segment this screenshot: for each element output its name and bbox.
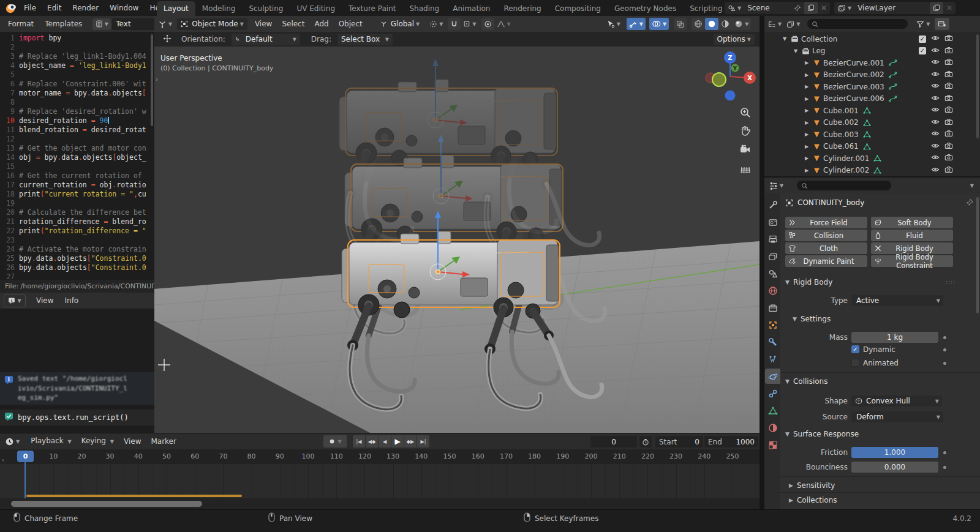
drag-handle-icon[interactable]: :::: <box>946 279 956 285</box>
properties-editor[interactable]: ▼ ▼ CONTINUITY_body Force Field Soft Bod… <box>764 178 980 509</box>
disable-render-icon[interactable] <box>944 94 953 104</box>
properties-tab-world[interactable] <box>765 283 780 298</box>
sensitivity-panel-header[interactable]: ▶Sensitivity <box>789 481 835 490</box>
disable-render-icon[interactable] <box>944 105 953 116</box>
menu-window[interactable]: Window <box>104 0 144 16</box>
viewport-menu-add[interactable]: Add <box>309 16 333 32</box>
viewport-menu-view[interactable]: View <box>250 16 277 32</box>
tab-shading[interactable]: Shading <box>402 1 446 16</box>
menu-file[interactable]: File <box>18 0 42 16</box>
code-line[interactable]: 12 <box>0 135 154 144</box>
properties-tab-physics[interactable] <box>765 369 780 384</box>
timeline-menu-keying[interactable]: Keying ▼ <box>77 433 119 450</box>
new-view-layer-icon[interactable] <box>930 2 943 14</box>
properties-search-input[interactable] <box>797 181 891 190</box>
bounciness-slider[interactable]: 0.000 <box>851 462 938 473</box>
show-overlays-icon[interactable]: ▼ <box>649 18 669 30</box>
item-name[interactable]: BezierCurve.006 <box>823 94 884 103</box>
viewport-menu-object[interactable]: Object <box>334 16 368 32</box>
play-button[interactable]: ▶ <box>391 435 404 448</box>
item-name[interactable]: Cube.002 <box>823 118 859 127</box>
next-keyframe-button[interactable]: ◆▶ <box>404 435 417 448</box>
expand-arrow-icon[interactable]: ▶ <box>802 144 811 149</box>
hide-eye-icon[interactable] <box>931 141 940 152</box>
collection-checkbox[interactable]: ✓ <box>919 36 926 43</box>
timeline-ruler[interactable]: 0102030405060708090100110120130140150160… <box>0 449 760 465</box>
view-layer-name[interactable]: ViewLayer <box>854 2 930 14</box>
pan-hand-icon[interactable] <box>739 125 752 139</box>
code-line[interactable]: 15 <box>0 162 154 171</box>
code-line[interactable]: 5 <box>0 70 154 80</box>
code-line[interactable]: 3# Replace 'leg_link1-Body1.004 <box>0 52 154 61</box>
item-name[interactable]: BezierCurve.002 <box>823 70 884 79</box>
settings-panel-header[interactable]: ▼Settings <box>793 315 831 323</box>
outliner-item-cylinder-002[interactable]: ▶ Cylinder.002 <box>764 165 980 177</box>
info-menu-view[interactable]: View <box>31 293 59 309</box>
viewport-menu-select[interactable]: Select <box>277 16 309 32</box>
properties-tab-particles[interactable] <box>765 351 780 367</box>
source-dropdown[interactable]: Deform▼ <box>851 411 943 422</box>
collision-button[interactable]: Collision <box>785 230 867 241</box>
orientation-value-dropdown[interactable]: Default▼ <box>232 34 300 45</box>
collections-panel-header[interactable]: ▶Collections <box>789 496 837 504</box>
timeline-scrollbar[interactable] <box>11 501 202 507</box>
close-icon[interactable]: ✕ <box>818 2 830 14</box>
outliner-search-input[interactable] <box>807 19 908 29</box>
tab-rendering[interactable]: Rendering <box>497 1 548 16</box>
disable-render-icon[interactable] <box>944 46 953 56</box>
timeline-menu-playback[interactable]: Playback ▼ <box>26 433 77 450</box>
expand-arrow-icon[interactable]: ▶ <box>802 96 811 102</box>
view-layer-selector[interactable]: ▼ ViewLayer ✕ <box>834 2 956 14</box>
timeline-menu-view[interactable]: View <box>119 433 146 449</box>
code-line[interactable]: 7motor_name = bpy.data.objects[ <box>0 89 154 98</box>
code-line[interactable]: 22print("rotation_difference = " <box>0 227 154 236</box>
pivot-point-dropdown[interactable]: ▼ <box>427 18 445 30</box>
expand-arrow-icon[interactable]: ▶ <box>802 155 811 161</box>
hide-eye-icon[interactable] <box>931 46 940 56</box>
pin-icon[interactable] <box>966 198 974 208</box>
dynamic-checkbox[interactable]: ✓ <box>851 345 859 353</box>
code-line[interactable]: 8 <box>0 98 154 107</box>
hide-eye-icon[interactable] <box>931 105 940 116</box>
hide-eye-icon[interactable] <box>931 58 940 68</box>
code-line[interactable]: 19 <box>0 199 154 208</box>
expand-arrow-icon[interactable]: ▶ <box>802 120 811 126</box>
hide-eye-icon[interactable] <box>931 129 940 140</box>
hide-eye-icon[interactable] <box>931 153 940 163</box>
code-line[interactable]: 26bpy.data.objects["Constraint.0 <box>0 263 154 272</box>
outliner-filter-id-icon[interactable]: ▼ <box>786 20 800 28</box>
properties-tab-modifiers[interactable] <box>765 334 780 350</box>
expand-arrow-icon[interactable]: ▼ <box>780 36 789 42</box>
shading-rendered-icon[interactable]: ▼ <box>732 18 751 30</box>
item-name[interactable]: Leg <box>812 47 825 55</box>
prev-keyframe-button[interactable]: ◀◆ <box>366 435 378 448</box>
disable-render-icon[interactable] <box>944 129 953 140</box>
text-datablock-icon[interactable]: ▼ <box>92 18 111 30</box>
expand-arrow-icon[interactable]: ▶ <box>802 132 811 137</box>
expand-arrow-icon[interactable]: ▶ <box>802 84 811 89</box>
disable-render-icon[interactable] <box>944 141 953 152</box>
new-collection-icon[interactable] <box>935 18 949 30</box>
tab-compositing[interactable]: Compositing <box>548 1 608 16</box>
snap-target-dropdown[interactable]: ▼ <box>461 18 478 30</box>
proportional-editing-icon[interactable] <box>481 18 494 30</box>
timeline-editor-type-icon[interactable]: ▼ <box>5 437 20 446</box>
properties-tab-constraints[interactable] <box>765 386 780 401</box>
properties-tab-view-layer[interactable] <box>765 249 780 264</box>
hide-eye-icon[interactable] <box>931 165 940 176</box>
rigid-body-panel-header[interactable]: ▼Rigid Body <box>785 278 832 287</box>
start-frame-field[interactable]: Start0 <box>655 436 703 448</box>
timeline[interactable]: ▼ Playback ▼Keying ▼ViewMarker ▼ |◀◀◆◀▶◆… <box>0 433 760 509</box>
disable-render-icon[interactable] <box>944 81 953 92</box>
timeline-menu-marker[interactable]: Marker <box>146 433 181 449</box>
shading-solid-icon[interactable] <box>705 18 718 30</box>
item-name[interactable]: BezierCurve.003 <box>823 83 884 91</box>
expand-arrow-icon[interactable]: ▶ <box>802 72 811 78</box>
properties-tab-scene[interactable] <box>765 266 780 281</box>
animate-dot[interactable] <box>943 362 946 365</box>
outliner[interactable]: ▼ ▼ ▼ ▼ Collection ✓ ▼ Leg ✓ <box>764 16 980 176</box>
navigation-gizmo[interactable]: Z Y X <box>697 48 761 107</box>
code-line[interactable]: 4object_name = 'leg_link1-Body1 <box>0 61 154 70</box>
properties-options-icon[interactable]: ▼ <box>970 183 974 189</box>
pin-icon[interactable] <box>791 2 804 14</box>
